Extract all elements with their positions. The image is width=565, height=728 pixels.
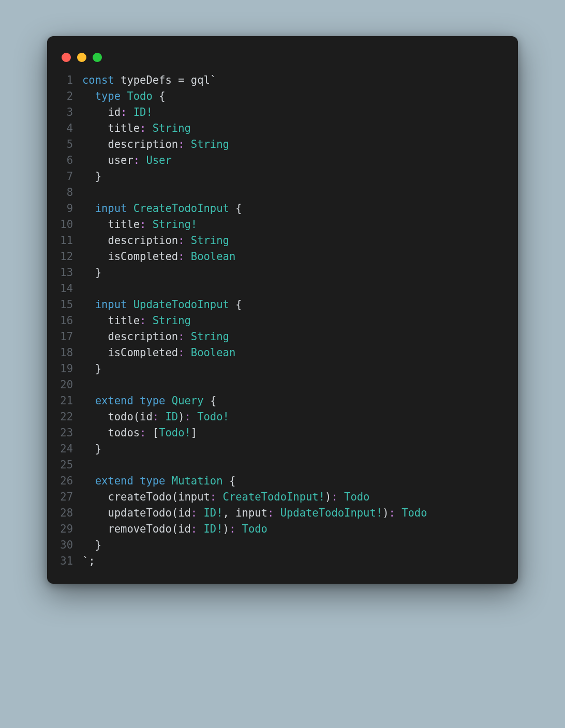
line-number: 6 [60, 153, 82, 169]
token-type: ID [204, 507, 217, 519]
token-bang: ! [319, 491, 325, 503]
line-content [82, 377, 505, 393]
token-type: String [153, 218, 191, 231]
token-plain [82, 234, 108, 247]
token-type: ID [165, 411, 178, 423]
token-plain [82, 170, 95, 183]
line-content: `; [82, 553, 505, 569]
line-content: input CreateTodoInput { [82, 201, 505, 217]
code-line: 14 [60, 281, 505, 297]
code-window: 1const typeDefs = gql`2 type Todo {3 id:… [47, 36, 518, 584]
token-ident: typeDefs [121, 74, 178, 86]
line-content: id: ID! [82, 104, 505, 120]
code-line: 6 user: User [60, 153, 505, 169]
close-icon[interactable] [62, 53, 71, 62]
line-number: 14 [60, 281, 82, 297]
token-brace: { [235, 202, 242, 215]
line-content: createTodo(input: CreateTodoInput!): Tod… [82, 489, 505, 505]
code-line: 28 updateTodo(id: ID!, input: UpdateTodo… [60, 505, 505, 521]
token-plain [82, 298, 95, 311]
token-paren: ) [178, 411, 184, 423]
code-line: 16 title: String [60, 313, 505, 329]
token-bang: ! [216, 523, 222, 535]
line-number: 19 [60, 361, 82, 377]
token-paren: ) [223, 523, 229, 535]
line-number: 4 [60, 120, 82, 136]
token-keyword: extend [95, 475, 140, 487]
token-plain [82, 218, 108, 231]
token-type: ID [133, 106, 146, 118]
line-content: todo(id: ID): Todo! [82, 409, 505, 425]
token-plain [82, 154, 108, 166]
token-type: ID [204, 523, 217, 535]
token-brace: { [235, 298, 242, 311]
token-type: UpdateTodoInput [280, 507, 376, 519]
traffic-lights [60, 49, 505, 72]
line-content: todos: [Todo!] [82, 425, 505, 441]
minimize-icon[interactable] [77, 53, 86, 62]
token-keyword: type [140, 475, 172, 487]
token-ident: createTodo [108, 491, 171, 503]
token-ident: description [108, 138, 178, 150]
token-brace: } [95, 539, 101, 551]
token-colon: : [140, 122, 153, 134]
token-type: Todo [127, 90, 159, 102]
line-content: input UpdateTodoInput { [82, 297, 505, 313]
code-line: 19 } [60, 361, 505, 377]
token-bang: ! [185, 427, 191, 439]
token-paren: ) [382, 507, 389, 519]
token-type: String [153, 314, 191, 327]
line-content: title: String [82, 120, 505, 136]
line-content: removeTodo(id: ID!): Todo [82, 521, 505, 537]
code-line: 20 [60, 377, 505, 393]
line-number: 1 [60, 72, 82, 88]
code-line: 18 isCompleted: Boolean [60, 345, 505, 361]
token-paren: [ [153, 427, 159, 439]
line-number: 22 [60, 409, 82, 425]
token-paren: ] [191, 427, 197, 439]
line-content: isCompleted: Boolean [82, 345, 505, 361]
token-plain [82, 90, 95, 102]
token-keyword: type [95, 90, 127, 102]
token-ident: id [178, 507, 191, 519]
token-plain [82, 330, 108, 343]
token-plain [82, 202, 95, 215]
token-bang: ! [376, 507, 382, 519]
token-ident: id [178, 523, 191, 535]
token-ident: id [140, 411, 153, 423]
token-colon: : [229, 523, 242, 535]
line-number: 11 [60, 233, 82, 249]
code-line: 29 removeTodo(id: ID!): Todo [60, 521, 505, 537]
token-paren: ( [133, 411, 140, 423]
token-paren: ) [325, 491, 331, 503]
token-ident: title [108, 218, 140, 231]
line-content: } [82, 537, 505, 553]
code-line: 22 todo(id: ID): Todo! [60, 409, 505, 425]
line-content: } [82, 265, 505, 281]
token-colon: : [210, 491, 223, 503]
maximize-icon[interactable] [93, 53, 102, 62]
code-editor[interactable]: 1const typeDefs = gql`2 type Todo {3 id:… [60, 72, 505, 569]
code-line: 5 description: String [60, 136, 505, 153]
token-ident: todos [108, 427, 140, 439]
token-plain [82, 250, 108, 263]
line-number: 10 [60, 217, 82, 233]
token-punct: ` [210, 74, 216, 86]
token-type: Todo [242, 523, 267, 535]
token-ident: gql [191, 74, 210, 86]
line-number: 29 [60, 521, 82, 537]
line-number: 8 [60, 185, 82, 201]
token-colon: : [140, 314, 153, 327]
line-number: 31 [60, 553, 82, 569]
code-line: 12 isCompleted: Boolean [60, 249, 505, 265]
token-ident: description [108, 234, 178, 247]
token-type: User [146, 154, 171, 166]
token-plain [82, 106, 108, 118]
token-colon: : [389, 507, 402, 519]
line-number: 17 [60, 329, 82, 345]
code-line: 23 todos: [Todo!] [60, 425, 505, 441]
code-line: 17 description: String [60, 329, 505, 345]
code-line: 4 title: String [60, 120, 505, 136]
token-plain [82, 539, 95, 551]
line-number: 9 [60, 201, 82, 217]
